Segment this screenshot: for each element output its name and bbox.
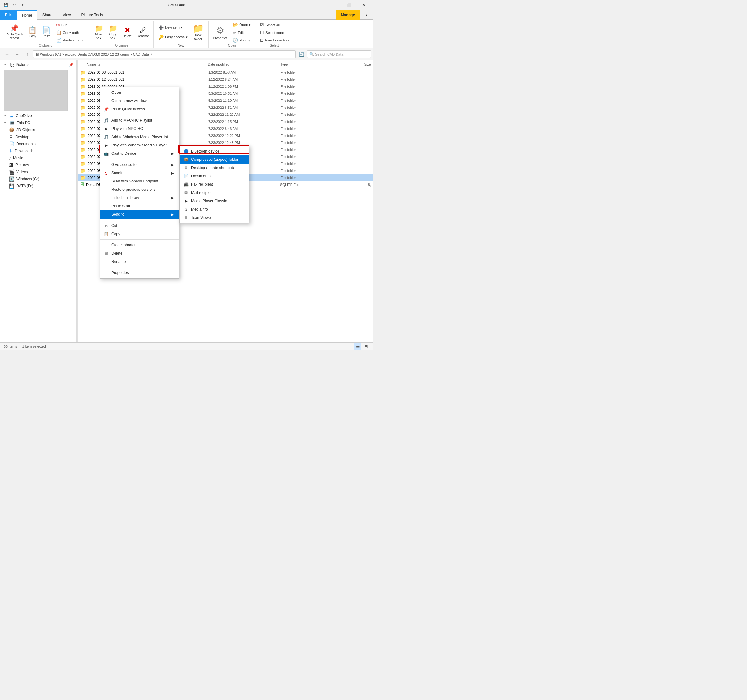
- ctx-openwindow[interactable]: Open in new window: [100, 97, 179, 105]
- ctx-addmpc[interactable]: 🎵 Add to MPC-HC Playlist: [100, 116, 179, 124]
- refresh-button[interactable]: 🔄: [297, 50, 306, 59]
- rename-button[interactable]: 🖊 Rename: [135, 22, 151, 43]
- copy-button[interactable]: 📋 Copy: [26, 22, 39, 43]
- edit-button[interactable]: ✏ Edit: [231, 29, 253, 36]
- sub-fax-label: Fax recipient: [191, 182, 213, 186]
- sidebar-item-3dobjects[interactable]: 📦 3D Objects: [0, 126, 76, 133]
- maximize-button[interactable]: ⬜: [342, 0, 356, 10]
- ctx-pintoquick[interactable]: 📌 Pin to Quick access: [100, 105, 179, 113]
- back-button[interactable]: ←: [3, 50, 12, 59]
- sidebar-item-datad[interactable]: 💾 DATA (D:): [0, 182, 76, 189]
- invertselection-button[interactable]: ⊡ Invert selection: [258, 37, 290, 44]
- sidebar-item-desktop[interactable]: 🖥 Desktop: [0, 133, 76, 140]
- sidebar-item-documents[interactable]: 📄 Documents: [0, 140, 76, 147]
- sidebar-datad-label: DATA (D:): [16, 184, 33, 188]
- ctx-properties[interactable]: Properties: [100, 269, 179, 277]
- easyaccess-icon: 🔑: [158, 35, 163, 40]
- ctx-sendto[interactable]: Send to ▶: [100, 210, 179, 218]
- tab-share[interactable]: Share: [37, 10, 58, 20]
- sidebar-item-music[interactable]: ♪ Music: [0, 155, 76, 161]
- up-button[interactable]: ↑: [23, 50, 32, 59]
- search-box[interactable]: 🔍 Search CAD-Data: [307, 50, 371, 58]
- copypath-button[interactable]: 📋 Copy path: [54, 29, 87, 36]
- minimize-button[interactable]: —: [327, 0, 342, 10]
- file-modified: 5/3/2022 10:51 AM: [208, 92, 281, 95]
- col-size-header[interactable]: Size: [341, 62, 371, 67]
- ctx-castdevice[interactable]: 📺 Cast to Device ▶: [100, 149, 179, 158]
- ctx-delete[interactable]: 🗑 Delete: [100, 249, 179, 258]
- address-path[interactable]: 🖥 Windows (C:) > exocad-DentalCAD3.0-202…: [33, 50, 296, 58]
- selectall-button[interactable]: ☑ Select all: [258, 21, 290, 29]
- sidebar-item-pictures[interactable]: ▼ 🖼 Pictures 📌: [0, 61, 76, 68]
- ctx-rename-icon: [104, 259, 109, 264]
- ctx-delete-label: Delete: [111, 251, 122, 256]
- sub-bluetooth[interactable]: 🔵 Bluetooth device: [180, 147, 249, 155]
- sub-desktop[interactable]: 🖥 Desktop (create shortcut): [180, 164, 249, 172]
- qat-undo[interactable]: ↩: [11, 2, 18, 9]
- sidebar-item-thispc[interactable]: ▼ 💻 This PC: [0, 119, 76, 126]
- ctx-playwmp[interactable]: ▶ Play with Windows Media Player: [100, 141, 179, 149]
- sidebar-item-windowsc[interactable]: 💽 Windows (C:): [0, 176, 76, 182]
- tab-view[interactable]: View: [58, 10, 76, 20]
- ctx-pintostart[interactable]: Pin to Start: [100, 202, 179, 210]
- ctx-snagit[interactable]: S Snagit ▶: [100, 169, 179, 177]
- ctx-restoreprev[interactable]: Restore previous versions: [100, 185, 179, 194]
- history-button[interactable]: 🕐 History: [231, 37, 253, 44]
- ctx-open[interactable]: Open: [100, 88, 179, 97]
- pin-to-quickaccess-button[interactable]: 📌 Pin to Quickaccess: [4, 22, 25, 43]
- tab-picturetools[interactable]: Picture Tools: [76, 10, 108, 20]
- ctx-scansophos[interactable]: Scan with Sophos Endpoint: [100, 177, 179, 185]
- compressed-icon: 📦: [183, 157, 189, 162]
- selectnone-button[interactable]: ☐ Select none: [258, 29, 290, 36]
- sub-mail[interactable]: ✉ Mail recipient: [180, 189, 249, 197]
- easyaccess-button[interactable]: 🔑 Easy access ▾: [156, 33, 189, 42]
- details-view-button[interactable]: ☰: [354, 343, 361, 350]
- col-name-header[interactable]: Name ▲: [87, 62, 208, 67]
- sidebar-pin-button[interactable]: 📌: [69, 62, 74, 67]
- ctx-copy[interactable]: 📋 Copy: [100, 230, 179, 238]
- ctx-createshortcut[interactable]: Create shortcut: [100, 241, 179, 249]
- ctx-rename[interactable]: Rename: [100, 258, 179, 266]
- col-type-header[interactable]: Type: [280, 62, 341, 67]
- forward-button[interactable]: →: [13, 50, 22, 59]
- delete-button[interactable]: ✖ Delete: [121, 22, 134, 43]
- close-button[interactable]: ✕: [356, 0, 371, 10]
- sidebar-item-downloads[interactable]: ⬇ Downloads: [0, 147, 76, 155]
- table-row[interactable]: 📁 2022-01-12_00001-001 1/12/2022 8:24 AM…: [78, 76, 374, 83]
- sub-mpc[interactable]: ▶ Media Player Classic: [180, 197, 249, 205]
- sidebar-item-videos[interactable]: 🎬 Videos: [0, 168, 76, 176]
- qat-save[interactable]: 💾: [3, 2, 9, 9]
- ctx-plaympc[interactable]: ▶ Play with MPC-HC: [100, 124, 179, 133]
- newfolder-button[interactable]: 📁 Newfolder: [191, 22, 206, 43]
- sub-documents[interactable]: 📄 Documents: [180, 172, 249, 180]
- ctx-giveaccess[interactable]: Give access to ▶: [100, 161, 179, 169]
- newitem-button[interactable]: ➕ New item ▾: [156, 23, 189, 32]
- qat-customize[interactable]: ▾: [19, 2, 26, 9]
- properties-button[interactable]: ⚙ Properties: [211, 22, 230, 43]
- sidebar-pictures2-label: Pictures: [15, 163, 29, 167]
- ctx-cut[interactable]: ✂ Cut: [100, 221, 179, 230]
- icons-view-button[interactable]: ⊞: [363, 343, 370, 350]
- col-modified-header[interactable]: Date modified: [208, 62, 280, 67]
- tab-manage[interactable]: Manage: [336, 10, 360, 20]
- moveto-button[interactable]: 📁 Moveto ▾: [92, 22, 105, 43]
- sub-mediainfo[interactable]: ℹ MediaInfo: [180, 205, 249, 214]
- pasteshortcut-button[interactable]: 📄 Paste shortcut: [54, 37, 87, 44]
- sidebar-item-onedrive[interactable]: ▼ ☁ OneDrive: [0, 112, 76, 119]
- tab-home[interactable]: Home: [17, 10, 37, 20]
- copyto-button[interactable]: 📁 Copyto ▾: [107, 22, 119, 43]
- tab-file[interactable]: File: [0, 10, 17, 20]
- ctx-includelib[interactable]: Include in library ▶: [100, 194, 179, 202]
- table-row[interactable]: 📁 2022-01-03_00001-001 1/3/2022 8:58 AM …: [78, 69, 374, 76]
- sub-fax[interactable]: 📠 Fax recipient: [180, 180, 249, 189]
- cut-button[interactable]: ✂ Cut: [54, 21, 87, 29]
- organize-group-label: Organize: [115, 44, 128, 48]
- open-button[interactable]: 📂 Open ▾: [231, 21, 253, 29]
- paste-button[interactable]: 📄 Paste: [40, 22, 53, 43]
- ribbon-group-open: ⚙ Properties 📂 Open ▾ ✏ Edit 🕐 History: [209, 21, 256, 48]
- sub-compressed[interactable]: 📦 Compressed (zipped) folder: [180, 155, 249, 164]
- sidebar-item-pictures2[interactable]: 🖼 Pictures: [0, 161, 76, 168]
- ctx-addwmp[interactable]: 🎵 Add to Windows Media Player list: [100, 133, 179, 141]
- sub-teamviewer[interactable]: 🖥 TeamViewer: [180, 214, 249, 222]
- ribbon-collapse[interactable]: ▲: [360, 10, 374, 20]
